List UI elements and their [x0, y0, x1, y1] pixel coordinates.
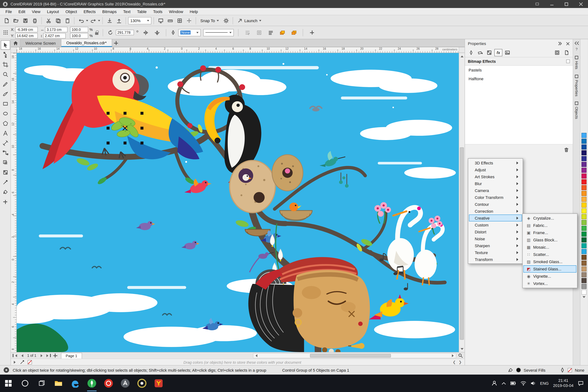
section-collapse-icon[interactable]	[566, 60, 570, 63]
effects-submenu-item[interactable]: ◩ Stained Glass...	[524, 265, 576, 272]
close-button[interactable]	[574, 0, 588, 8]
add-page-icon[interactable]	[52, 353, 58, 358]
new-document-icon[interactable]	[2, 16, 11, 25]
vertical-scrollbar[interactable]	[459, 53, 464, 352]
mirror-horizontal-icon[interactable]	[141, 28, 150, 37]
crop-tool[interactable]	[0, 60, 10, 69]
text-properties-icon[interactable]	[266, 28, 275, 37]
show-hidden-icons-chevron[interactable]	[502, 382, 506, 385]
color-swatch[interactable]	[582, 238, 586, 242]
effects-submenu-item[interactable]: ▣ Frame...	[524, 229, 576, 236]
capture-app-icon[interactable]	[134, 374, 150, 392]
color-swatch[interactable]	[582, 226, 586, 231]
effects-submenu-item[interactable]: ▤ Fabric...	[524, 222, 576, 229]
color-swatch[interactable]	[582, 139, 586, 144]
effects-menu-item[interactable]: Texture	[469, 249, 522, 256]
effects-submenu-item[interactable]: ▨ Smoked Glass...	[524, 258, 576, 265]
help-icon[interactable]: ?	[576, 47, 578, 51]
docker-strip-tab[interactable]: Properties	[574, 74, 578, 96]
color-swatch[interactable]	[582, 278, 586, 283]
save-icon[interactable]	[21, 16, 30, 25]
add-tools-button[interactable]	[0, 197, 10, 206]
to-back-layer-icon[interactable]	[290, 28, 298, 37]
menu-item[interactable]: Effects	[80, 8, 99, 14]
fill-color-swatch[interactable]	[516, 368, 521, 372]
color-swatch[interactable]	[582, 243, 586, 248]
show-rulers-icon[interactable]	[166, 16, 174, 25]
print-icon[interactable]	[30, 16, 39, 25]
effects-submenu-item[interactable]: ✳ Vortex...	[524, 280, 576, 287]
y-position-field[interactable]: 14.642 cm	[15, 33, 38, 38]
horizontal-ruler[interactable]: 181614121086420246810121416182022242628 …	[17, 47, 459, 53]
mirror-vertical-icon[interactable]	[153, 28, 162, 37]
document-tab[interactable]: Oswaldo_Rosales.cdr*	[61, 39, 112, 47]
ruler-origin-corner[interactable]	[11, 47, 17, 53]
bitmap-tab-icon[interactable]	[504, 49, 512, 56]
show-guidelines-icon[interactable]	[184, 16, 194, 25]
horizontal-scrollbar[interactable]	[253, 353, 456, 358]
cut-icon[interactable]	[44, 16, 53, 25]
scale-h-field[interactable]: 100.0	[70, 27, 88, 32]
scroll-right-icon[interactable]	[452, 354, 455, 357]
color-swatch[interactable]	[582, 150, 586, 155]
edge-browser-icon[interactable]	[67, 374, 84, 392]
polygon-tool[interactable]	[0, 119, 10, 128]
photo-paint-app-icon[interactable]	[100, 374, 117, 392]
pick-tool[interactable]	[0, 40, 10, 50]
undo-icon[interactable]	[76, 16, 86, 25]
full-screen-preview-icon[interactable]	[156, 16, 165, 25]
options-gear-icon[interactable]	[222, 16, 230, 25]
effects-menu-item[interactable]: Noise	[469, 235, 522, 242]
menu-item[interactable]: Object	[62, 8, 80, 14]
volume-icon[interactable]	[531, 381, 536, 386]
color-swatch[interactable]	[582, 232, 586, 237]
menu-item[interactable]: File	[2, 8, 15, 14]
undo-dropdown[interactable]	[86, 20, 88, 22]
export-icon[interactable]	[114, 16, 124, 25]
color-swatch[interactable]	[582, 202, 586, 208]
rotation-angle-field[interactable]: 291.778	[116, 30, 134, 35]
add-property-icon[interactable]	[308, 28, 317, 37]
effects-menu-item[interactable]: Creative	[469, 214, 522, 222]
tray-scroll-left-icon[interactable]: ❮	[452, 360, 456, 364]
snap-to-select[interactable]: Snap To	[198, 17, 221, 24]
page-options-icon[interactable]	[562, 49, 570, 56]
color-swatch[interactable]	[582, 191, 586, 196]
shape-tool[interactable]	[0, 50, 10, 60]
scale-v-field[interactable]: 100.0	[70, 33, 88, 38]
scroll-left-icon[interactable]	[254, 354, 257, 357]
effects-menu-item[interactable]: Transform	[469, 256, 522, 263]
page-tab[interactable]: Page 1	[61, 352, 82, 358]
cortana-search-icon[interactable]	[17, 374, 34, 392]
palette-scroll-down-icon[interactable]	[582, 296, 586, 300]
outline-color-swatch[interactable]	[568, 368, 572, 372]
to-front-layer-icon[interactable]	[278, 28, 287, 37]
vertical-ruler[interactable]: 1816141210864202468	[11, 53, 17, 352]
parallel-dimension-tool[interactable]	[0, 138, 10, 148]
menu-item[interactable]: Bitmaps	[99, 8, 120, 14]
effects-menu-item[interactable]: Color Transform	[469, 194, 522, 201]
start-button[interactable]	[0, 374, 17, 392]
minimize-button[interactable]	[544, 0, 559, 8]
color-swatch[interactable]	[582, 144, 586, 150]
color-swatch[interactable]	[582, 284, 586, 289]
maximize-button[interactable]	[559, 0, 574, 8]
color-eyedropper-tool[interactable]	[0, 178, 10, 187]
wifi-icon[interactable]	[520, 381, 526, 386]
x-position-field[interactable]: -6.349 cm	[16, 27, 38, 32]
drawing-canvas[interactable]	[17, 53, 459, 352]
color-swatch[interactable]	[582, 266, 586, 272]
color-swatch[interactable]	[582, 290, 586, 295]
next-page-icon[interactable]	[39, 353, 45, 358]
effect-item[interactable]: Halftone	[465, 74, 573, 83]
tray-flyout-icon[interactable]	[14, 360, 17, 364]
tray-scroll-right-icon[interactable]: ❯	[458, 360, 462, 364]
color-swatch[interactable]	[582, 156, 586, 161]
document-tab[interactable]: Welcome Screen	[20, 39, 61, 47]
people-icon[interactable]	[492, 380, 497, 386]
vertical-scroll-thumb[interactable]	[460, 147, 464, 340]
open-icon[interactable]	[11, 16, 20, 25]
redo-dropdown[interactable]	[98, 20, 100, 22]
effects-menu-item[interactable]: Adjust	[469, 166, 522, 173]
artistic-media-tool[interactable]	[0, 89, 10, 99]
